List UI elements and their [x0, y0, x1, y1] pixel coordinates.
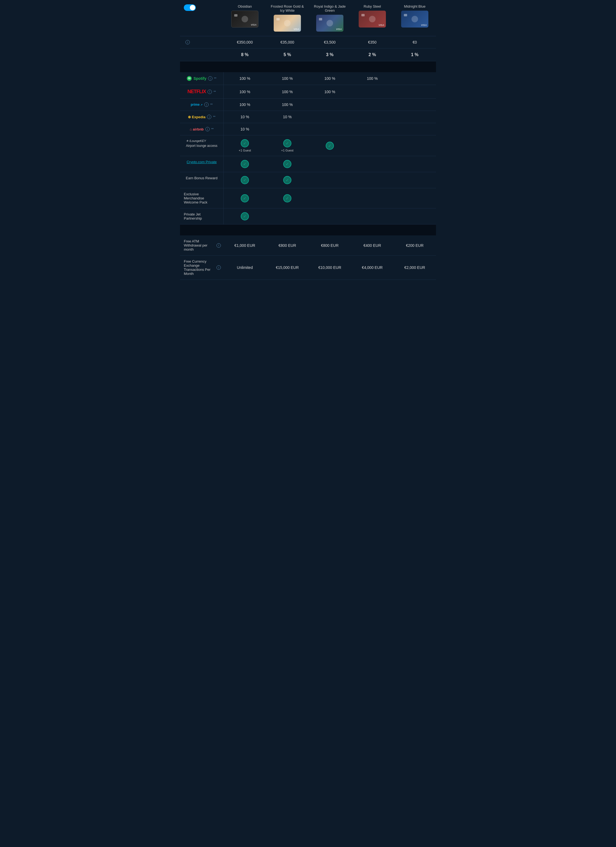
- check-icon: ✓: [241, 160, 249, 168]
- limit-val-0-4: €200 EUR: [393, 235, 436, 255]
- check-icon: ✓: [241, 194, 249, 202]
- spotify-logo: Spotify: [187, 76, 206, 81]
- benefit-val-8-1: ✓: [266, 188, 308, 208]
- crypto-private-link[interactable]: Crypto.com Private: [187, 160, 217, 164]
- benefit-row-5: ✈ /LoungeKEY Airport lounge access ✓ +1 …: [180, 136, 436, 156]
- header-card-obsidian: ObsidianVISA: [224, 0, 266, 36]
- spotify-stars: **: [214, 77, 217, 80]
- staking-toggle[interactable]: [184, 4, 196, 11]
- benefit-val-7-2: [308, 172, 351, 188]
- benefit-val-4-4: [393, 123, 436, 135]
- benefit-row-2: prime ↗ i ** 100 %100 %: [180, 99, 436, 111]
- benefit-val-0-4: [393, 72, 436, 85]
- check-icon: ✓: [283, 194, 292, 202]
- benefit-val-9-0: ✓: [224, 208, 266, 224]
- card-image-ruby: VISA: [359, 10, 386, 28]
- card-image-royal: VISA: [316, 15, 343, 32]
- header-row: ObsidianVISAFrosted Rose Gold & Icy Whit…: [180, 0, 436, 36]
- benefit-val-1-3: [351, 85, 393, 98]
- check-guest-col: ✓ +1 Guest: [281, 139, 293, 152]
- benefit-val-7-1: ✓: [266, 172, 308, 188]
- stake-value-ruby: €350: [351, 36, 393, 48]
- benefit-label-9: Private Jet Partnership: [180, 208, 224, 224]
- benefit-val-4-0: 10 %: [224, 123, 266, 135]
- spotify-info-icon[interactable]: i: [208, 76, 212, 81]
- benefit-val-3-1: 10 %: [266, 111, 308, 123]
- benefit-val-0-0: 100 %: [224, 72, 266, 85]
- prime-stars: **: [210, 103, 213, 106]
- limit-val-0-0: €1,000 EUR: [224, 235, 266, 255]
- benefit-val-3-3: [351, 111, 393, 123]
- benefit-val-7-4: [393, 172, 436, 188]
- limit-val-1-4: €2,000 EUR: [393, 255, 436, 279]
- limit-row-1: Free Currency Exchange Transactions Per …: [180, 255, 436, 280]
- limit-val-1-1: €15,000 EUR: [266, 255, 308, 279]
- benefit-val-1-0: 100 %: [224, 85, 266, 98]
- prime-logo: prime ↗: [191, 103, 203, 106]
- rewards-value-rose: 5 %: [266, 49, 308, 61]
- benefit-val-6-4: [393, 156, 436, 172]
- benefit-text-7: Earn Bonus Reward: [186, 176, 217, 180]
- benefit-row-8: Exclusive Merchandise Welcome Pack✓✓: [180, 188, 436, 208]
- netflix-logo: NETFLIX: [187, 89, 206, 94]
- benefit-val-6-0: ✓: [224, 156, 266, 172]
- stake-value-midnight: €0: [393, 36, 436, 48]
- cro-stake-info-icon[interactable]: i: [186, 40, 190, 44]
- benefit-val-4-3: [351, 123, 393, 135]
- benefit-val-2-1: 100 %: [266, 99, 308, 111]
- benefit-val-2-4: [393, 99, 436, 111]
- check-icon: ✓: [283, 176, 292, 184]
- prime-info-icon[interactable]: i: [204, 102, 209, 107]
- benefit-label-7: Earn Bonus Reward: [180, 172, 224, 188]
- benefit-label-4: ⌂ airbnb i **: [180, 123, 224, 135]
- toggle-cell[interactable]: [180, 0, 224, 36]
- rewards-value-obsidian: 8 %: [224, 49, 266, 61]
- limit-label-text-1: Free Currency Exchange Transactions Per …: [184, 259, 215, 276]
- limit-info-icon-1[interactable]: i: [217, 266, 221, 270]
- card-image-rose: VISA: [274, 15, 301, 32]
- benefit-val-6-3: [351, 156, 393, 172]
- header-card-royal: Royal Indigo & Jade GreenVISA: [308, 0, 351, 36]
- netflix-stars: **: [214, 90, 216, 93]
- lounge-label: Airport lounge access: [186, 144, 217, 148]
- benefit-val-1-1: 100 %: [266, 85, 308, 98]
- benefit-val-9-2: [308, 208, 351, 224]
- card-name-obsidian: Obsidian: [226, 4, 263, 9]
- benefit-label-3: ⊕ Expedia i **: [180, 111, 224, 123]
- limit-label-text-0: Free ATM Withdrawal per month: [184, 239, 215, 251]
- benefit-label-6[interactable]: Crypto.com Private: [180, 156, 224, 172]
- netflix-info-icon[interactable]: i: [208, 90, 212, 94]
- benefit-row-4: ⌂ airbnb i ** 10 %: [180, 123, 436, 136]
- header-card-ruby: Ruby SteelVISA: [351, 0, 393, 36]
- stake-value-rose: €35,000: [266, 36, 308, 48]
- check-guest-col: ✓ +1 Guest: [239, 139, 251, 152]
- benefit-val-8-0: ✓: [224, 188, 266, 208]
- benefit-label-5: ✈ /LoungeKEY Airport lounge access: [180, 136, 224, 156]
- benefit-val-3-0: 10 %: [224, 111, 266, 123]
- airbnb-info-icon[interactable]: i: [205, 127, 210, 131]
- rewards-value-ruby: 2 %: [351, 49, 393, 61]
- benefit-val-8-4: [393, 188, 436, 208]
- card-image-midnight: VISA: [401, 10, 428, 28]
- limit-row-0: Free ATM Withdrawal per monthi€1,000 EUR…: [180, 235, 436, 255]
- check-icon: ✓: [241, 176, 249, 184]
- rewards-value-midnight: 1 %: [393, 49, 436, 61]
- cro-stake-row: i €350,000€35,000€3,500€350€0: [180, 36, 436, 49]
- benefit-val-7-3: [351, 172, 393, 188]
- cro-rewards-row: 8 %5 %3 %2 %1 %: [180, 49, 436, 61]
- limit-val-1-0: Unlimited: [224, 255, 266, 279]
- cro-rewards-label-cell: [180, 49, 224, 61]
- benefit-val-6-2: [308, 156, 351, 172]
- card-name-midnight: Midnight Blue: [396, 4, 433, 9]
- benefit-val-4-1: [266, 123, 308, 135]
- benefit-val-3-2: [308, 111, 351, 123]
- benefit-val-0-3: 100 %: [351, 72, 393, 85]
- expedia-logo: ⊕ Expedia: [188, 115, 205, 119]
- benefit-val-6-1: ✓: [266, 156, 308, 172]
- benefit-val-9-1: [266, 208, 308, 224]
- limit-info-icon-0[interactable]: i: [217, 243, 221, 248]
- benefit-val-3-4: [393, 111, 436, 123]
- benefit-val-5-3: [351, 136, 393, 156]
- benefit-val-1-4: [393, 85, 436, 98]
- expedia-info-icon[interactable]: i: [207, 115, 211, 119]
